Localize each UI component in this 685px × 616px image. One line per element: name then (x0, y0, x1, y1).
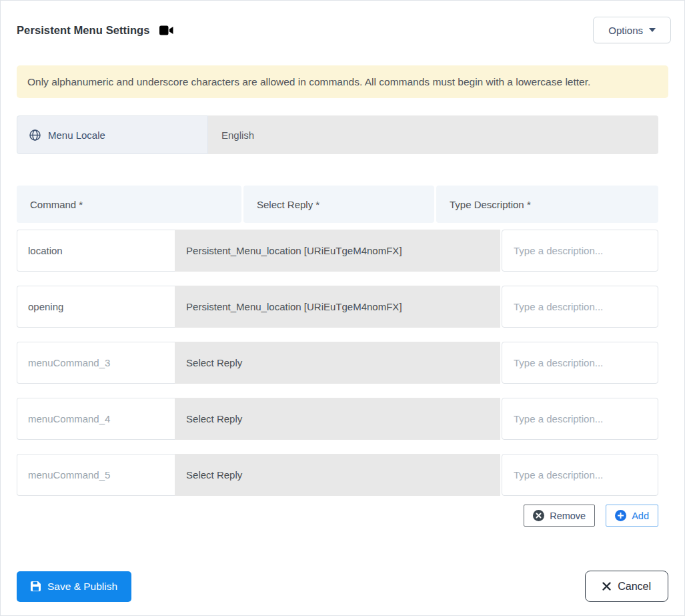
command-input[interactable] (17, 398, 175, 440)
select-reply-value: Persistent_Menu_location [URiEuTgeM4nomF… (186, 301, 402, 312)
options-button[interactable]: Options (593, 17, 671, 43)
command-input[interactable] (17, 454, 175, 496)
remove-button-label: Remove (550, 511, 586, 521)
select-reply-value: Select Reply (186, 469, 242, 481)
command-rules-alert-text: Only alphanumeric and underscore charact… (27, 76, 590, 88)
select-reply-value: Select Reply (186, 413, 242, 424)
row-actions: Remove Add (17, 505, 658, 527)
select-reply-dropdown[interactable]: Persistent_Menu_location [URiEuTgeM4nomF… (175, 230, 500, 272)
panel-footer: Save & Publish Cancel (1, 571, 684, 602)
command-rules-alert: Only alphanumeric and underscore charact… (17, 65, 668, 98)
panel-header: Persistent Menu Settings Options (17, 17, 668, 43)
description-input[interactable] (502, 286, 658, 328)
cancel-button-label: Cancel (618, 581, 651, 593)
description-input[interactable] (502, 230, 658, 272)
save-publish-label: Save & Publish (47, 581, 117, 593)
cancel-button[interactable]: Cancel (585, 571, 668, 602)
table-row: Select Reply (17, 398, 658, 440)
save-icon (31, 581, 41, 591)
description-input[interactable] (502, 342, 658, 384)
menu-locale-label-cell: Menu Locale (17, 115, 208, 154)
command-input[interactable] (17, 342, 175, 384)
column-header-type-description: Type Description * (436, 186, 658, 223)
table-row: Persistent_Menu_location [URiEuTgeM4nomF… (17, 230, 658, 272)
close-icon (602, 582, 611, 591)
select-reply-value: Select Reply (186, 357, 242, 368)
menu-locale-value-text: English (221, 129, 254, 141)
menu-locale-row: Menu Locale English (17, 115, 658, 154)
command-input[interactable] (17, 286, 175, 328)
globe-icon (29, 129, 41, 141)
table-row: Persistent_Menu_location [URiEuTgeM4nomF… (17, 286, 658, 328)
video-camera-icon (159, 25, 173, 35)
persistent-menu-settings-panel: Persistent Menu Settings Options Only al… (0, 0, 685, 616)
description-input[interactable] (502, 454, 658, 496)
save-publish-button[interactable]: Save & Publish (17, 571, 131, 602)
command-input[interactable] (17, 230, 175, 272)
remove-circle-icon (533, 510, 544, 521)
column-header-command: Command * (17, 186, 241, 223)
select-reply-value: Persistent_Menu_location [URiEuTgeM4nomF… (186, 245, 402, 256)
column-header-select-reply: Select Reply * (243, 186, 434, 223)
options-button-label: Options (608, 25, 643, 36)
menu-locale-value: English (208, 115, 658, 154)
table-header-row: Command * Select Reply * Type Descriptio… (17, 186, 658, 223)
remove-row-button[interactable]: Remove (524, 505, 595, 527)
select-reply-dropdown[interactable]: Persistent_Menu_location [URiEuTgeM4nomF… (175, 286, 500, 328)
add-row-button[interactable]: Add (606, 505, 658, 527)
select-reply-dropdown[interactable]: Select Reply (175, 342, 500, 384)
table-row: Select Reply (17, 342, 658, 384)
select-reply-dropdown[interactable]: Select Reply (175, 454, 500, 496)
select-reply-dropdown[interactable]: Select Reply (175, 398, 500, 440)
table-row: Select Reply (17, 454, 658, 496)
add-circle-icon (615, 510, 626, 521)
add-button-label: Add (632, 511, 649, 521)
menu-locale-label: Menu Locale (48, 129, 105, 141)
chevron-down-icon (649, 28, 656, 32)
description-input[interactable] (502, 398, 658, 440)
page-title: Persistent Menu Settings (17, 24, 150, 37)
